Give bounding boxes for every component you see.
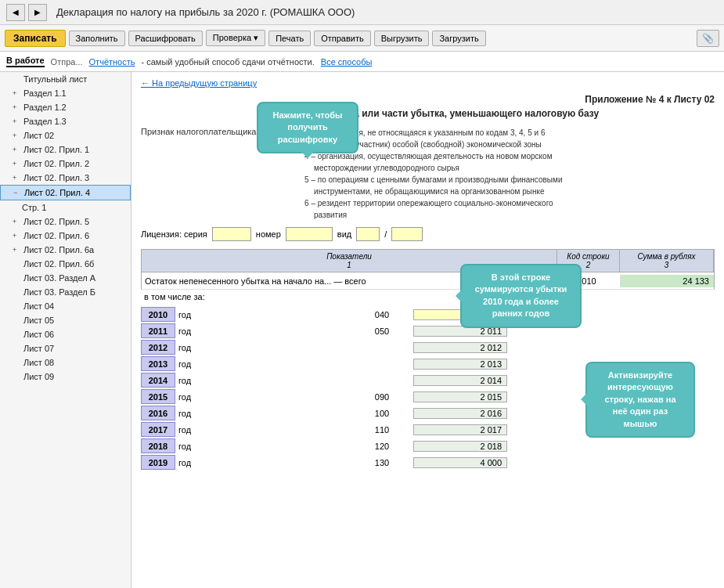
sidebar-item-l02p3[interactable]: + Лист 02. Прил. 3 <box>0 171 131 185</box>
license-slash-input[interactable] <box>391 227 423 241</box>
year-box-2012: 2012 <box>141 340 175 355</box>
app-title: Приложение № 4 к Листу 02 <box>141 94 715 105</box>
tooltip-bubble-2: В этой строке суммируются убытки 2010 го… <box>460 264 582 328</box>
status-description: - самый удобный способ сдачи отчётности. <box>142 57 315 67</box>
value-2017[interactable]: 2 017 <box>413 424 507 435</box>
proverka-button[interactable]: Проверка ▾ <box>206 30 265 46</box>
sidebar-item-l07[interactable]: Лист 07 <box>0 341 131 355</box>
sidebar-item-l02p6a[interactable]: + Лист 02. Прил. 6а <box>0 243 131 257</box>
year-box-2019: 2019 <box>141 455 175 470</box>
year-box-2013: 2013 <box>141 356 175 371</box>
tooltip-bubble-1: Нажмите, чтобы получить расшифровку <box>257 102 358 153</box>
main-data-row[interactable]: Остаток непенесенного убытка на начало н… <box>141 272 715 290</box>
status-bar: В работе Отпра... Отчётность - самый удо… <box>0 52 724 72</box>
value-2014[interactable]: 2 014 <box>413 375 507 386</box>
license-label: Лицензия: серия <box>141 229 207 239</box>
year-box-2015: 2015 <box>141 389 175 404</box>
nav-prev-page-link[interactable]: ← На предыдущую страницу <box>141 78 715 88</box>
license-nomer-label: номер <box>256 229 281 239</box>
pechat-button[interactable]: Печать <box>268 31 311 46</box>
forward-button[interactable]: ▶ <box>28 4 47 21</box>
year-row-2012[interactable]: 2012 год 2 012 <box>141 340 715 355</box>
sidebar-item-titulnyi[interactable]: Титульный лист <box>0 72 131 86</box>
year-box-2017: 2017 <box>141 422 175 437</box>
sidebar-item-r11[interactable]: + Раздел 1.1 <box>0 86 131 100</box>
sidebar-item-l09[interactable]: Лист 09 <box>0 370 131 384</box>
otpravit-button[interactable]: Отправить <box>314 31 371 46</box>
sidebar-item-l02p6b[interactable]: Лист 02. Прил. 6б <box>0 257 131 271</box>
main-layout: Титульный лист + Раздел 1.1 + Раздел 1.2… <box>0 72 724 588</box>
sidebar-item-r13[interactable]: + Раздел 1.3 <box>0 114 131 128</box>
sidebar-item-l03ra[interactable]: Лист 03. Раздел А <box>0 271 131 285</box>
in-tom-chisle-label: в том числе за: <box>141 290 715 304</box>
value-2016[interactable]: 2 016 <box>413 408 507 419</box>
status-tab-active[interactable]: В работе <box>6 56 45 67</box>
code-row: Признак налогоплательщика (код) 1 1 – ор… <box>141 127 715 221</box>
window-title: Декларация по налогу на прибыль за 2020 … <box>56 6 355 18</box>
year-box-2016: 2016 <box>141 406 175 420</box>
main-row-value[interactable]: 24 133 <box>620 275 714 287</box>
status-tab-2[interactable]: Отпра... <box>51 57 83 67</box>
year-box-2010: 2010 <box>141 307 175 322</box>
content-area: Нажмите, чтобы получить расшифровку ← На… <box>131 72 724 588</box>
value-2015[interactable]: 2 015 <box>413 391 507 402</box>
toolbar: Записать Заполнить Расшифровать Проверка… <box>0 25 724 52</box>
all-methods-link[interactable]: Все способы <box>321 57 373 67</box>
year-row-2010[interactable]: 2010 год 040 4 017 <box>141 307 715 322</box>
app-subtitle: Расчет суммы убытка или части убытка, ум… <box>141 108 715 119</box>
back-button[interactable]: ◀ <box>6 4 25 21</box>
title-bar: ◀ ▶ Декларация по налогу на прибыль за 2… <box>0 0 724 25</box>
value-2013[interactable]: 2 013 <box>413 359 507 370</box>
sidebar-item-l02p6[interactable]: + Лист 02. Прил. 6 <box>0 229 131 243</box>
value-2012[interactable]: 2 012 <box>413 342 507 353</box>
sidebar-item-l02p1[interactable]: + Лист 02. Прил. 1 <box>0 142 131 157</box>
table-header: Показатели1 Код строки2 Сумма в рублях3 <box>141 249 715 272</box>
zagr-button[interactable]: Загрузить <box>432 31 485 46</box>
vygr-button[interactable]: Выгрузить <box>374 31 430 46</box>
value-2018[interactable]: 2 018 <box>413 441 507 452</box>
sidebar-item-l02[interactable]: + Лист 02 <box>0 128 131 142</box>
th-summa: Сумма в рублях3 <box>620 250 714 272</box>
sidebar: Титульный лист + Раздел 1.1 + Раздел 1.2… <box>0 72 131 588</box>
sidebar-item-l03rb[interactable]: Лист 03. Раздел Б <box>0 285 131 299</box>
license-row: Лицензия: серия номер вид / <box>141 227 715 241</box>
clip-button[interactable]: 📎 <box>697 30 719 47</box>
license-series-input[interactable] <box>212 227 251 241</box>
rasshifrovat-button[interactable]: Расшифровать <box>128 31 203 46</box>
year-row-2019[interactable]: 2019 год 130 4 000 <box>141 455 715 470</box>
sidebar-item-l02p5[interactable]: + Лист 02. Прил. 5 <box>0 215 131 229</box>
sidebar-item-l02p4-str1[interactable]: Стр. 1 <box>0 200 131 215</box>
sidebar-item-l02p4[interactable]: − Лист 02. Прил. 4 <box>0 185 131 200</box>
sidebar-item-l06[interactable]: Лист 06 <box>0 327 131 341</box>
year-row-2018[interactable]: 2018 год 120 2 018 <box>141 438 715 453</box>
license-vid-input[interactable] <box>356 227 380 241</box>
license-number-input[interactable] <box>286 227 333 241</box>
year-box-2011: 2011 <box>141 323 175 338</box>
tooltip-bubble-3: Активизируйте интересующую строку, нажав… <box>585 362 695 438</box>
zapisat-button[interactable]: Записать <box>5 30 66 47</box>
year-box-2014: 2014 <box>141 373 175 388</box>
year-box-2018: 2018 <box>141 438 175 453</box>
zapolnit-button[interactable]: Заполнить <box>69 31 125 46</box>
sidebar-item-l05[interactable]: Лист 05 <box>0 313 131 327</box>
sidebar-item-r12[interactable]: + Раздел 1.2 <box>0 100 131 114</box>
sidebar-item-l04[interactable]: Лист 04 <box>0 299 131 313</box>
sidebar-item-l08[interactable]: Лист 08 <box>0 355 131 370</box>
value-2019[interactable]: 4 000 <box>413 457 507 468</box>
nav-buttons: ◀ ▶ <box>6 4 47 21</box>
year-row-2011[interactable]: 2011 год 050 2 011 <box>141 323 715 338</box>
sidebar-item-l02p2[interactable]: + Лист 02. Прил. 2 <box>0 157 131 171</box>
license-vid-label: вид <box>337 229 351 239</box>
status-link[interactable]: Отчётность <box>89 57 135 67</box>
